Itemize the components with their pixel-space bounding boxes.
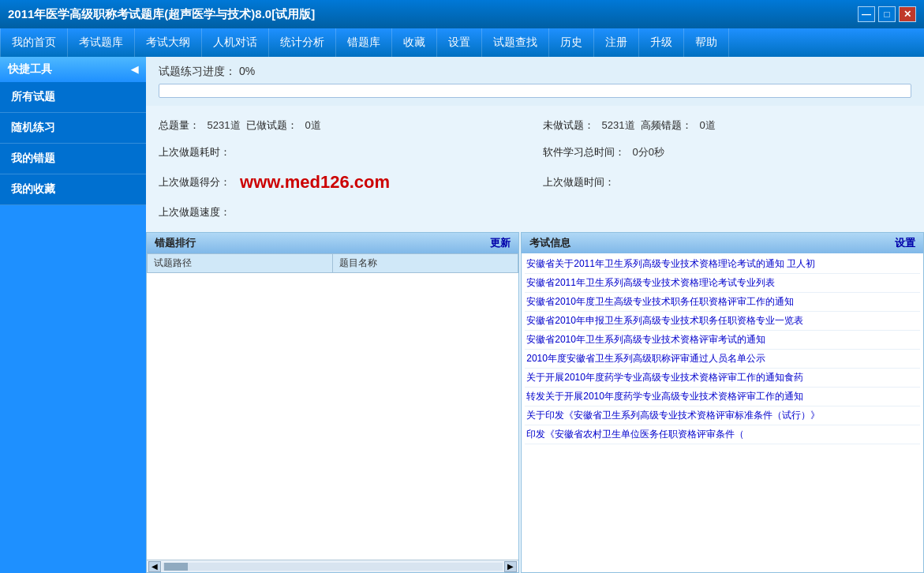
empty-row	[543, 202, 911, 223]
progress-section: 试题练习进度： 0%	[146, 57, 924, 106]
restore-button[interactable]: □	[878, 6, 896, 22]
menu-item-search[interactable]: 试题查找	[482, 28, 549, 57]
total-study-row: 软件学习总时间： 0分0秒	[543, 142, 911, 163]
main-layout: 快捷工具 ◀ 所有试题随机练习我的错题我的收藏 试题练习进度： 0% 总题量： …	[0, 57, 924, 573]
sidebar-item-my-favorites[interactable]: 我的收藏	[0, 174, 146, 205]
progress-label: 试题练习进度： 0%	[159, 65, 911, 79]
error-panel: 错题排行 更新 试题路径 题目名称	[146, 232, 519, 573]
exam-link[interactable]: 安徽省2011年卫生系列高级专业技术资格理论考试专业列表	[525, 274, 920, 293]
sidebar: 快捷工具 ◀ 所有试题随机练习我的错题我的收藏	[0, 57, 146, 573]
done-label: 已做试题：	[246, 118, 297, 133]
menu-item-collect[interactable]: 收藏	[392, 28, 437, 57]
exam-link[interactable]: 安徽省关于2011年卫生系列高级专业技术资格理论考试的通知 卫人初	[525, 255, 920, 274]
menu-item-register[interactable]: 注册	[594, 28, 639, 57]
error-col-path: 试题路径	[148, 254, 333, 273]
exam-link[interactable]: 2010年度安徽省卫生系列高级职称评审通过人员名单公示	[525, 350, 920, 369]
menu-item-upgrade[interactable]: 升级	[639, 28, 684, 57]
minimize-button[interactable]: —	[858, 6, 875, 22]
error-panel-header: 错题排行 更新	[147, 233, 518, 253]
sidebar-item-all-questions[interactable]: 所有试题	[0, 82, 146, 113]
progress-value: 0%	[239, 65, 255, 77]
exam-link[interactable]: 安徽省2010年申报卫生系列高级专业技术职务任职资格专业一览表	[525, 312, 920, 331]
exam-link[interactable]: 印发《安徽省农村卫生单位医务任职资格评审条件（	[525, 425, 920, 444]
hscroll-thumb	[164, 563, 188, 571]
hscroll-track	[163, 563, 503, 571]
menu-item-settings[interactable]: 设置	[437, 28, 482, 57]
last-date-row: 上次做题时间：	[543, 169, 911, 196]
update-button[interactable]: 更新	[490, 236, 511, 250]
total-label: 总题量：	[159, 118, 200, 133]
menu-item-exam-db[interactable]: 考试题库	[68, 28, 135, 57]
hscroll[interactable]: ◀ ▶	[147, 560, 518, 572]
exam-link[interactable]: 关于开展2010年度药学专业高级专业技术资格评审工作的通知食药	[525, 369, 920, 388]
error-panel-title: 错题排行	[155, 236, 196, 250]
menu-item-history[interactable]: 历史	[549, 28, 594, 57]
title-controls: — □ ✕	[858, 6, 916, 22]
sidebar-collapse-icon[interactable]: ◀	[131, 64, 138, 75]
progress-bar-container	[159, 84, 911, 98]
undone-higherror-row: 未做试题： 5231道 高频错题： 0道	[543, 115, 911, 136]
error-table: 试题路径 题目名称	[147, 253, 518, 273]
exam-panel: 考试信息 设置 安徽省关于2011年卫生系列高级专业技术资格理论考试的通知 卫人…	[521, 232, 924, 573]
exam-panel-content[interactable]: 安徽省关于2011年卫生系列高级专业技术资格理论考试的通知 卫人初安徽省2011…	[522, 253, 923, 572]
exam-link[interactable]: 安徽省2010年度卫生高级专业技术职务任职资格评审工作的通知	[525, 293, 920, 312]
sidebar-item-random-practice[interactable]: 随机练习	[0, 113, 146, 144]
error-panel-scroll[interactable]: 试题路径 题目名称	[147, 253, 518, 560]
last-speed-row: 上次做题速度：	[159, 202, 527, 223]
title-bar: 2011年医学高级职称考试题库(超声医学与技术)8.0[试用版] — □ ✕	[0, 0, 924, 28]
last-time-row: 上次做题耗时：	[159, 142, 527, 163]
content-area: 试题练习进度： 0% 总题量： 5231道 已做试题： 0道未做试题： 5231…	[146, 57, 924, 573]
menu-item-help[interactable]: 帮助	[684, 28, 729, 57]
error-col-name: 题目名称	[333, 254, 518, 273]
sidebar-header: 快捷工具 ◀	[0, 57, 146, 82]
close-button[interactable]: ✕	[899, 6, 916, 22]
sidebar-title: 快捷工具	[8, 62, 52, 77]
done-val: 0道	[302, 118, 321, 133]
exam-link[interactable]: 安徽省2010年卫生系列高级专业技术资格评审考试的通知	[525, 331, 920, 350]
bottom-panels: 错题排行 更新 试题路径 题目名称	[146, 232, 924, 573]
undone-label: 未做试题：	[543, 118, 594, 133]
menu-item-home[interactable]: 我的首页	[0, 28, 68, 57]
hscroll-right-btn[interactable]: ▶	[504, 561, 517, 572]
hscroll-left-btn[interactable]: ◀	[148, 561, 161, 572]
menu-item-statistics[interactable]: 统计分析	[269, 28, 336, 57]
exam-link[interactable]: 关于印发《安徽省卫生系列高级专业技术资格评审标准条件（试行）》	[525, 406, 920, 425]
exam-settings-button[interactable]: 设置	[895, 236, 915, 250]
stats-section: 总题量： 5231道 已做试题： 0道未做试题： 5231道 高频错题： 0道上…	[146, 106, 924, 232]
total-val: 5231道	[204, 118, 246, 133]
exam-panel-header: 考试信息 设置	[522, 233, 923, 253]
menu-item-error-db[interactable]: 错题库	[336, 28, 392, 57]
menu-item-exam-outline[interactable]: 考试大纲	[135, 28, 202, 57]
watermark: www.med126.com	[235, 172, 390, 193]
exam-panel-title: 考试信息	[529, 236, 570, 250]
menu-bar: 我的首页考试题库考试大纲人机对话统计分析错题库收藏设置试题查找历史注册升级帮助	[0, 28, 924, 57]
app-title: 2011年医学高级职称考试题库(超声医学与技术)8.0[试用版]	[8, 7, 858, 22]
menu-item-dialogue[interactable]: 人机对话	[202, 28, 269, 57]
sidebar-item-my-errors[interactable]: 我的错题	[0, 144, 146, 174]
exam-link[interactable]: 转发关于开展2010年度药学专业高级专业技术资格评审工作的通知	[525, 388, 920, 406]
total-done-row: 总题量： 5231道 已做试题： 0道	[159, 115, 527, 136]
last-score-row: 上次做题得分： www.med126.com	[159, 169, 527, 196]
